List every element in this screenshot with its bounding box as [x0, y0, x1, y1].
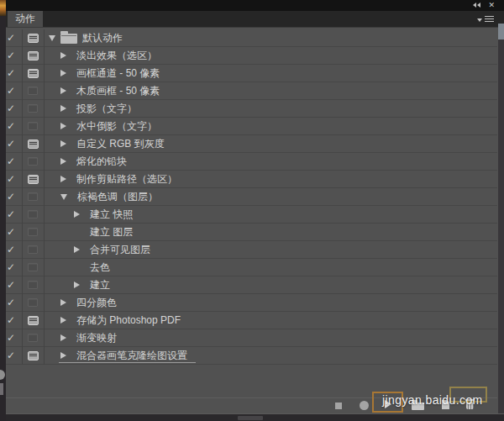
modal-control-toggle[interactable]	[22, 298, 44, 307]
action-label: 自定义 RGB 到灰度	[76, 137, 165, 151]
action-step-row[interactable]: ✓ 建立	[0, 276, 497, 294]
action-row[interactable]: ✓ 熔化的铅块	[0, 153, 497, 171]
modal-control-toggle[interactable]	[22, 104, 44, 113]
expand-arrow-icon[interactable]	[49, 35, 55, 41]
action-row[interactable]: ✓ 水中倒影（文字）	[0, 118, 497, 135]
modal-control-toggle[interactable]	[22, 192, 44, 201]
modal-control-toggle[interactable]	[22, 316, 44, 325]
expand-arrow-icon[interactable]	[60, 87, 66, 94]
expand-arrow-icon[interactable]	[74, 246, 80, 253]
panel-menu-icon[interactable]	[477, 16, 494, 23]
record-circle-icon	[360, 401, 369, 410]
expand-arrow-icon[interactable]	[60, 123, 66, 129]
action-row[interactable]: ✓ 棕褐色调（图层）	[0, 188, 497, 206]
collapse-panels-icon[interactable]	[473, 3, 480, 8]
action-label: 棕褐色调（图层）	[77, 190, 158, 204]
expand-arrow-icon[interactable]	[74, 264, 80, 271]
action-label: 混合器画笔克隆绘图设置	[76, 349, 187, 363]
actions-list: ✓ 默认动作 ✓ 淡出效果（选区） ✓ 画框通道 - 50 像素	[0, 28, 497, 397]
action-row[interactable]: ✓ 淡出效果（选区）	[0, 47, 497, 65]
watermark-text: jingyan.baidu.com	[382, 393, 483, 407]
action-label: 建立	[90, 278, 110, 292]
expand-arrow-icon[interactable]	[60, 194, 67, 200]
dialog-icon	[28, 316, 39, 325]
action-step-row[interactable]: ✓ 建立 快照	[0, 206, 497, 224]
action-row[interactable]: ✓ 制作剪贴路径（选区）	[0, 171, 497, 188]
dialog-icon	[28, 334, 38, 342]
modal-control-toggle[interactable]	[22, 51, 44, 61]
expand-arrow-icon[interactable]	[60, 334, 66, 341]
dialog-icon	[28, 51, 39, 61]
check-column-divider	[22, 29, 23, 365]
modal-control-toggle[interactable]	[22, 210, 44, 218]
action-label: 水中倒影（文字）	[76, 119, 157, 134]
modal-control-toggle[interactable]	[22, 263, 44, 271]
expand-arrow-icon[interactable]	[60, 158, 66, 165]
dialog-icon	[28, 34, 39, 43]
background-fragment	[0, 383, 3, 395]
modal-control-toggle[interactable]	[22, 139, 44, 149]
dialog-icon	[28, 298, 38, 307]
expand-arrow-icon[interactable]	[74, 211, 80, 218]
dialog-icon	[28, 281, 38, 289]
dialog-icon	[28, 175, 39, 184]
modal-control-toggle[interactable]	[22, 175, 44, 184]
record-button[interactable]	[360, 401, 369, 410]
action-row[interactable]: ✓ 画框通道 - 50 像素	[0, 65, 497, 82]
modal-control-toggle[interactable]	[22, 69, 44, 78]
action-label: 制作剪贴路径（选区）	[76, 172, 177, 187]
expand-arrow-icon[interactable]	[60, 52, 66, 59]
expand-arrow-icon[interactable]	[74, 229, 80, 235]
action-row[interactable]: ✓ 投影（文字）	[0, 100, 497, 118]
expand-arrow-icon[interactable]	[60, 70, 66, 76]
background-image-fragment	[0, 0, 6, 16]
action-row[interactable]: ✓ 自定义 RGB 到灰度	[0, 135, 497, 153]
dialog-icon	[28, 351, 39, 360]
expand-arrow-icon[interactable]	[60, 317, 66, 324]
action-label: 存储为 Photoshop PDF	[76, 313, 181, 328]
modal-control-toggle[interactable]	[22, 87, 44, 95]
stop-button[interactable]	[335, 403, 342, 409]
background-window-fragment	[498, 24, 504, 39]
modal-control-toggle[interactable]	[22, 34, 44, 43]
expand-arrow-icon[interactable]	[60, 176, 66, 182]
dialog-icon	[28, 122, 38, 130]
action-row[interactable]: ✓ 四分颜色	[0, 294, 497, 312]
action-label: 建立 图层	[90, 225, 133, 239]
dialog-icon	[28, 69, 39, 78]
modal-control-toggle[interactable]	[22, 122, 44, 130]
panel-tabbar: 动作	[0, 11, 504, 28]
action-label: 四分颜色	[76, 296, 117, 310]
modal-control-toggle[interactable]	[22, 281, 44, 289]
action-set-row[interactable]: ✓ 默认动作	[0, 29, 497, 47]
action-step-row[interactable]: ✓ 建立 图层	[0, 224, 497, 241]
window-bottom-edge	[0, 413, 504, 421]
expand-arrow-icon[interactable]	[74, 282, 80, 288]
close-icon[interactable]: ✕	[488, 0, 495, 11]
action-row[interactable]: ✓ 木质画框 - 50 像素	[0, 82, 497, 100]
expand-arrow-icon[interactable]	[60, 299, 66, 306]
tab-actions[interactable]: 动作	[8, 11, 43, 27]
action-label: 淡出效果（选区）	[76, 49, 157, 63]
modal-control-toggle[interactable]	[22, 245, 44, 254]
action-label: 合并可见图层	[90, 243, 150, 257]
modal-control-toggle[interactable]	[22, 351, 44, 360]
action-row[interactable]: ✓ 混合器画笔克隆绘图设置	[0, 347, 497, 365]
hamburger-lines-icon	[485, 16, 494, 23]
action-row[interactable]: ✓ 存储为 Photoshop PDF	[0, 312, 497, 329]
action-step-row[interactable]: ✓ 合并可见图层	[0, 241, 497, 259]
right-edge	[498, 11, 504, 421]
stop-square-icon	[335, 403, 342, 409]
action-step-row[interactable]: ✓ 去色	[0, 259, 497, 276]
action-row[interactable]: ✓ 渐变映射	[0, 329, 497, 347]
modal-control-toggle[interactable]	[22, 157, 44, 166]
background-circle-fragment	[0, 370, 5, 380]
modal-control-toggle[interactable]	[22, 228, 44, 236]
expand-arrow-icon[interactable]	[60, 352, 66, 359]
action-label: 投影（文字）	[76, 102, 137, 116]
left-edge	[0, 0, 6, 421]
expand-arrow-icon[interactable]	[60, 105, 66, 112]
modal-control-toggle[interactable]	[22, 334, 44, 342]
dialog-icon	[28, 245, 38, 254]
expand-arrow-icon[interactable]	[60, 140, 66, 147]
